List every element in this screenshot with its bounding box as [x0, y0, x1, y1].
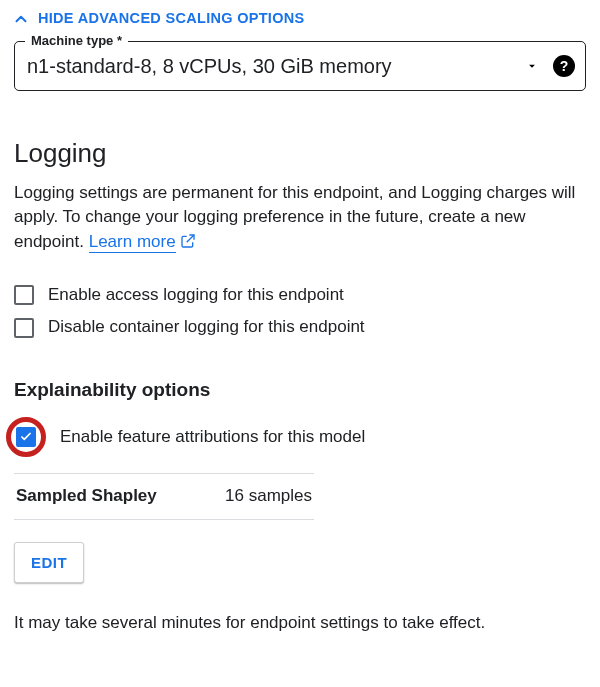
enable-feature-attributions-checkbox[interactable]: Enable feature attributions for this mod…	[14, 417, 586, 457]
hide-advanced-toggle[interactable]: HIDE ADVANCED SCALING OPTIONS	[12, 8, 586, 29]
machine-type-label: Machine type *	[25, 32, 128, 51]
help-icon[interactable]: ?	[553, 55, 575, 77]
checkbox-unchecked-icon	[14, 318, 34, 338]
checkbox-label: Enable feature attributions for this mod…	[60, 425, 365, 450]
apply-note: It may take several minutes for endpoint…	[14, 611, 586, 636]
table-row: Sampled Shapley 16 samples	[14, 473, 314, 520]
logging-heading: Logging	[14, 135, 586, 173]
hide-advanced-label: HIDE ADVANCED SCALING OPTIONS	[38, 8, 305, 29]
explainability-heading: Explainability options	[14, 376, 586, 404]
edit-button[interactable]: EDIT	[14, 542, 84, 583]
explain-method-table: Sampled Shapley 16 samples	[14, 473, 314, 520]
machine-type-value: n1-standard-8, 8 vCPUs, 30 GiB memory	[27, 52, 392, 81]
method-value: 16 samples	[225, 484, 312, 509]
chevron-up-icon	[12, 10, 30, 28]
checkbox-label: Enable access logging for this endpoint	[48, 283, 344, 308]
checkbox-checked-icon	[16, 427, 36, 447]
done-button[interactable]: DONE	[537, 682, 586, 687]
logging-description: Logging settings are permanent for this …	[14, 181, 586, 257]
disable-container-logging-checkbox[interactable]: Disable container logging for this endpo…	[14, 315, 586, 340]
learn-more-link[interactable]: Learn more	[89, 232, 176, 253]
enable-access-logging-checkbox[interactable]: Enable access logging for this endpoint	[14, 283, 586, 308]
dropdown-icon	[525, 52, 539, 81]
open-in-new-icon	[180, 232, 196, 257]
machine-type-select[interactable]: Machine type * n1-standard-8, 8 vCPUs, 3…	[14, 41, 586, 91]
checkbox-unchecked-icon	[14, 285, 34, 305]
method-name: Sampled Shapley	[16, 484, 157, 509]
cancel-button[interactable]: CANCEL	[437, 682, 507, 687]
highlight-ring-icon	[6, 417, 46, 457]
checkbox-label: Disable container logging for this endpo…	[48, 315, 365, 340]
